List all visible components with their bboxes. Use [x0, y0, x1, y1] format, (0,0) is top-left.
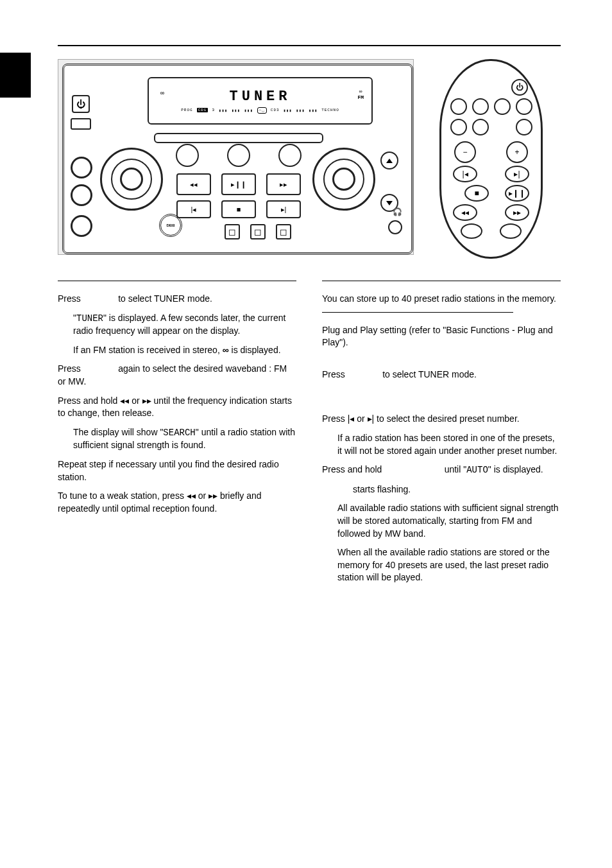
lcd-text: SEARCH: [163, 428, 195, 438]
center-knob-a[interactable]: [176, 144, 199, 167]
play-pause-button[interactable]: ▸❙❙: [221, 173, 256, 195]
tray-3-icon: ◻: [277, 225, 290, 238]
fm-label: FM: [357, 94, 364, 100]
stereo-icon: ∞: [160, 90, 168, 97]
power-button[interactable]: ⏻: [72, 95, 90, 113]
num-label: 3: [212, 108, 215, 112]
eject-button[interactable]: [71, 118, 91, 130]
right-step-3: Press |◂ or ▸| to select the desired pre…: [322, 413, 561, 426]
segment-bars-6: ▮▮▮: [309, 108, 318, 113]
text-fragment: again to select the desired waveband : F…: [58, 363, 287, 386]
right-step-4: Press and hold until "AUTO" is displayed…: [322, 464, 561, 477]
left-step-3: Press and hold ◂◂ or ▸▸ until the freque…: [58, 395, 296, 420]
segment-bars-1: ▮▮▮: [219, 108, 228, 113]
remote-btn-a2[interactable]: [472, 98, 489, 115]
stereo-symbol: ∞: [223, 345, 229, 355]
tray-1-button[interactable]: ◻: [225, 224, 240, 239]
text-fragment: Press and hold: [322, 464, 384, 474]
device-illustration: ∞ TUNER ∞ FM PROG CD1 3 ▮▮▮ ▮▮▮ ▮▮▮: [58, 59, 414, 255]
power-icon: ⏻: [76, 99, 85, 109]
skip-next-icon: ▸|: [281, 205, 287, 214]
right-step-4-note-a: starts flashing.: [322, 483, 561, 496]
top-divider: [58, 45, 561, 46]
remote-power-button[interactable]: ⏻: [511, 79, 528, 96]
aux-knob-2[interactable]: [71, 157, 92, 178]
stop-button[interactable]: ■: [221, 200, 256, 218]
forward-button[interactable]: ▸▸: [266, 173, 301, 195]
dbb-label: DBB: [167, 223, 175, 227]
remote-minus-button[interactable]: −: [454, 141, 476, 163]
left-step-1: Press to select TUNER mode.: [58, 293, 296, 306]
skip-prev-icon: |◂: [191, 205, 197, 214]
segment-bars-3: ▮▮▮: [244, 108, 253, 113]
text-fragment: The display will show ": [73, 427, 163, 437]
right-jog-dial[interactable]: [312, 148, 375, 211]
text-fragment: " is displayed. A few seconds later, the…: [73, 313, 285, 336]
remote-btn-a3[interactable]: [494, 98, 511, 115]
remote-stop-icon: ■: [474, 189, 479, 198]
page-margin-tab: [0, 53, 31, 98]
aux-knob-1[interactable]: [71, 215, 92, 237]
lcd-text: TUNER: [76, 313, 103, 324]
remote-forward-button[interactable]: ▸▸: [505, 204, 529, 221]
text-fragment: to select TUNER mode.: [115, 293, 212, 304]
rewind-icon: ◂◂: [190, 180, 198, 189]
remote-rewind-button[interactable]: ◂◂: [453, 204, 477, 221]
left-col-rule: [58, 281, 296, 281]
tray-3-button[interactable]: ◻: [276, 224, 291, 239]
aux-knob-3[interactable]: [71, 184, 92, 206]
center-knob-b[interactable]: [227, 144, 250, 167]
remote-stop-button[interactable]: ■: [464, 185, 489, 202]
text-fragment: to select the desired preset number.: [374, 413, 519, 424]
text-fragment: To tune to a weak station, press: [58, 490, 187, 501]
remote-btn-a4[interactable]: [516, 98, 532, 115]
text-fragment: Press: [58, 293, 83, 304]
text-fragment: " is displayed.: [488, 464, 543, 474]
right-jog-ring: [323, 159, 364, 200]
left-step-4: Repeat step if necessary until you find …: [58, 458, 296, 483]
up-button[interactable]: [380, 152, 398, 169]
forward-symbol: ▸▸: [208, 490, 217, 501]
skip-next-button[interactable]: ▸|: [266, 200, 301, 218]
left-jog-ring: [111, 159, 152, 200]
segment-bars-4: ▮▮▮: [284, 108, 293, 113]
tray-2-button[interactable]: ◻: [250, 224, 266, 239]
left-step-5: To tune to a weak station, press ◂◂ or ▸…: [58, 490, 296, 515]
segment-bars-5: ▮▮▮: [296, 108, 305, 113]
skip-prev-button[interactable]: |◂: [176, 200, 211, 218]
rewind-button[interactable]: ◂◂: [176, 173, 211, 195]
tray-2-icon: ◻: [251, 225, 264, 238]
remote-btn-a1[interactable]: [450, 98, 467, 115]
device-body: ∞ TUNER ∞ FM PROG CD1 3 ▮▮▮ ▮▮▮ ▮▮▮: [62, 64, 413, 254]
center-knob-c[interactable]: [278, 144, 302, 167]
prog-label: PROG: [181, 108, 192, 112]
headphone-jack[interactable]: [388, 220, 402, 234]
left-jog-dial[interactable]: [100, 148, 163, 211]
left-step-1-note-a: "TUNER" is displayed. A few seconds late…: [58, 312, 296, 338]
plus-icon: +: [514, 148, 519, 157]
remote-prev-button[interactable]: |◂: [453, 166, 477, 182]
text-fragment: or: [129, 395, 142, 406]
remote-play-pause-button[interactable]: ▸❙❙: [505, 185, 529, 202]
right-step-2: Press to select TUNER mode.: [322, 369, 561, 381]
next-symbol: ▸|: [368, 413, 375, 424]
right-col-rule-1: [322, 281, 561, 281]
remote-forward-icon: ▸▸: [513, 208, 521, 217]
remote-btn-b3[interactable]: [516, 119, 532, 135]
remote-btn-b2[interactable]: [472, 119, 489, 135]
remote-btn-b1[interactable]: [450, 119, 467, 135]
tray-1-icon: ◻: [226, 225, 239, 238]
right-intro: You can store up to 40 preset radio stat…: [322, 293, 561, 306]
forward-symbol: ▸▸: [142, 395, 151, 406]
remote-next-button[interactable]: ▸|: [505, 166, 529, 182]
text-fragment: Press: [322, 413, 348, 424]
remote-btn-c1[interactable]: [461, 223, 482, 239]
left-column: Press to select TUNER mode. "TUNER" is d…: [58, 275, 296, 591]
remote-plus-button[interactable]: +: [506, 141, 528, 163]
rewind-symbol: ◂◂: [187, 490, 196, 501]
right-step-1: Plug and Play setting (refer to "Basic F…: [322, 324, 561, 349]
remote-prev-icon: |◂: [462, 169, 468, 178]
chevron-up-icon: [386, 159, 393, 163]
remote-btn-c2[interactable]: [500, 223, 522, 239]
dbb-button[interactable]: DBB: [159, 214, 182, 237]
